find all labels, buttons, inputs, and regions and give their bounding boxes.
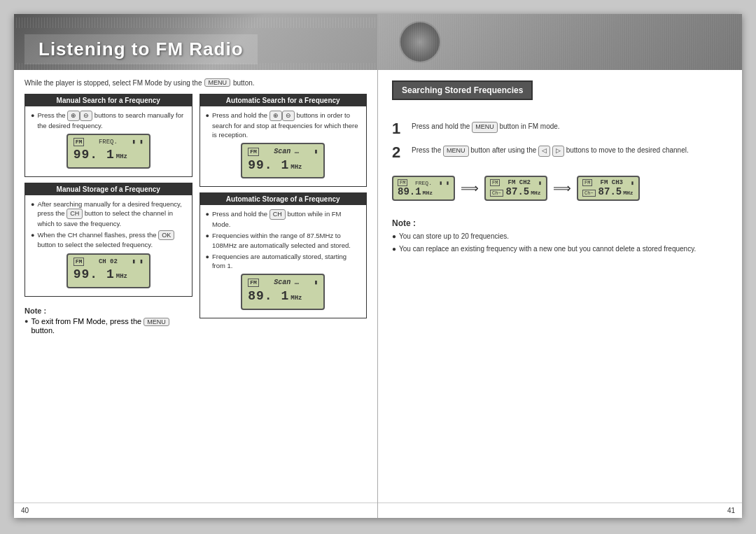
bullet-icon2: ● xyxy=(31,231,34,240)
lcd1-freq: 89.1 xyxy=(398,186,421,197)
manual-storage-lcd: FM CH 02 ▮ ▮ 99. 1 MHz xyxy=(66,253,150,288)
lcd-icons: ▮ ▮ xyxy=(132,138,144,147)
manual-storage-section: Manual Storage of a Frequency ● After se… xyxy=(24,183,192,297)
lcd-fm-label2: FM xyxy=(74,258,85,266)
step-2-row: 2 Press the MENU button after using the … xyxy=(392,145,728,160)
lcd-auto-store-icons: ▮ xyxy=(314,279,318,288)
left-page: Listening to FM Radio While the player i… xyxy=(14,14,378,518)
manual-storage-bullet1: ● After searching manually for a desired… xyxy=(31,199,186,228)
auto-storage-title: Automatic Storage of a Frequency xyxy=(200,193,367,205)
lcd-auto-store-mhz: MHz xyxy=(290,294,302,303)
step2-next-btn: ▷ xyxy=(552,146,564,157)
note-bullet-icon: ● xyxy=(24,318,28,325)
lcd2-bottom: Ch~ 87.5 MHz xyxy=(490,186,542,197)
header-decoration2 xyxy=(14,63,377,70)
auto-search-section: Automatic Search for a Frequency ● Press… xyxy=(200,94,368,187)
bullet-icon: ● xyxy=(31,111,34,120)
step-1-text: Press and hold the MENU button in FM mod… xyxy=(412,121,728,133)
auto-search-bullet: ● Press and hold the ⊕⊖ buttons in order… xyxy=(206,111,361,139)
auto-btn1: ⊕ xyxy=(270,111,282,121)
manual-storage-body: ● After searching manually for a desired… xyxy=(25,195,192,296)
arrow-1: ⟹ xyxy=(461,181,479,196)
right-header xyxy=(378,14,742,70)
auto-storage-bullet1: ● Press and hold the CH button while in … xyxy=(206,209,361,229)
lcd-fm-auto-store: FM xyxy=(248,279,259,287)
step2-text2: button after using the xyxy=(470,146,536,154)
lcd3-ch-label: Ch~ xyxy=(582,190,596,197)
manual-search-title: Manual Search for a Frequency xyxy=(25,94,192,106)
right-page-number: 41 xyxy=(378,503,742,518)
lcd3-icons: ▮ xyxy=(631,180,634,186)
lcd-freq-value2: 99. 1 xyxy=(74,266,115,283)
lcd-main-row: 99. 1 MHz xyxy=(74,146,144,164)
lcd-scan-text: Scan … xyxy=(274,147,299,157)
bullet-icon: ● xyxy=(206,111,209,120)
intro-line: While the player is stopped, select FM M… xyxy=(24,78,367,87)
lcd-display-1: FM FREQ. ▮ ▮ 89.1 MHz xyxy=(392,176,455,201)
searching-section-title: Searching Stored Frequencies xyxy=(392,80,533,100)
storage-text1: After searching manually for a desired f… xyxy=(37,199,186,228)
auto-search-text: Press and hold the ⊕⊖ buttons in order t… xyxy=(212,111,360,139)
left-note-section: Note : ● To exit from FM Mode, press the… xyxy=(24,307,192,337)
step-2-text: Press the MENU button after using the ◁ … xyxy=(412,145,728,157)
lcd-top-row: FM FREQ. ▮ ▮ xyxy=(74,138,144,147)
manual-storage-title: Manual Storage of a Frequency xyxy=(25,183,192,195)
left-page-number: 40 xyxy=(14,503,377,518)
bullet-icon: ● xyxy=(206,210,209,219)
lcd-freq-label: FREQ. xyxy=(99,138,118,147)
lcd-freq-value: 99. 1 xyxy=(74,146,115,164)
step2-prev-btn: ◁ xyxy=(538,146,550,157)
lcd3-freq: 87.5 xyxy=(598,186,622,197)
auto-btn2: ⊖ xyxy=(282,111,295,121)
left-page-content: While the player is stopped, select FM M… xyxy=(14,70,377,503)
note-bold: Note : xyxy=(24,307,46,315)
lcd-display-2: FM FM CH2 ▮ Ch~ 87.5 MHz xyxy=(484,176,547,201)
lcd1-top: FM FREQ. ▮ ▮ xyxy=(398,179,449,186)
manual-storage-bullet2: ● When the CH channel flashes, press the… xyxy=(31,230,186,250)
lcd3-bottom: Ch~ 87.5 MHz xyxy=(582,186,634,197)
lcd-auto-icons: ▮ xyxy=(314,148,318,157)
step1-text2: button in FM mode. xyxy=(499,122,559,130)
ch-btn: CH xyxy=(66,209,83,219)
left-column: Manual Search for a Frequency ● Press th… xyxy=(24,94,192,494)
two-col-layout: Manual Search for a Frequency ● Press th… xyxy=(24,94,367,494)
note-menu-btn: MENU xyxy=(144,318,169,326)
step-1-number: 1 xyxy=(392,121,406,136)
bullet-icon3: ● xyxy=(206,253,209,262)
page-title: Listening to FM Radio xyxy=(38,38,244,60)
step2-menu-btn: MENU xyxy=(443,146,469,157)
bullet-icon2: ● xyxy=(206,232,209,241)
lcd-top-row2: FM CH 02 ▮ ▮ xyxy=(74,258,144,267)
lcd3-fm: FM xyxy=(582,179,592,186)
auto-storage-text3: Frequencies are automatically stored, st… xyxy=(212,252,360,271)
note-bullet1: ● xyxy=(392,232,396,241)
lcd-ch: CH 02 xyxy=(99,258,118,267)
lcd2-fm: FM xyxy=(490,179,500,186)
lcd-auto-freq: 99. 1 xyxy=(248,157,289,174)
lcd2-channel: FM CH2 xyxy=(508,179,531,186)
lcd-auto-store-top: FM Scan … ▮ xyxy=(248,278,318,288)
auto-search-body: ● Press and hold the ⊕⊖ buttons in order… xyxy=(200,106,367,186)
lcd-auto-top: FM Scan … ▮ xyxy=(248,147,318,157)
lcd-display-3: FM FM CH3 ▮ Ch~ 87.5 MHz xyxy=(577,176,640,201)
lcd-main-row2: 99. 1 MHz xyxy=(74,266,144,283)
step2-text3: buttons to move to the desired channel. xyxy=(566,146,689,154)
lcd-scan-text2: Scan … xyxy=(274,278,299,288)
step-1-row: 1 Press and hold the MENU button in FM m… xyxy=(392,121,728,136)
auto-storage-text1: Press and hold the CH button while in FM… xyxy=(212,209,360,229)
auto-search-title: Automatic Search for a Frequency xyxy=(200,94,367,106)
header-lines-decoration xyxy=(378,14,742,70)
auto-storage-bullet2: ● Frequencies within the range of 87.5MH… xyxy=(206,231,361,250)
lcd3-top: FM FM CH3 ▮ xyxy=(582,179,634,186)
right-page: Searching Stored Frequencies 1 Press and… xyxy=(378,14,742,518)
lcd2-freq: 87.5 xyxy=(506,186,530,197)
lcd2-mhz: MHz xyxy=(531,190,540,196)
manual-search-bullet: ● Press the ⊕⊖ buttons to search manuall… xyxy=(31,111,186,130)
auto-storage-bullet3: ● Frequencies are automatically stored, … xyxy=(206,252,361,271)
intro-text: While the player is stopped, select FM M… xyxy=(24,79,202,87)
step1-menu-btn: MENU xyxy=(472,122,498,133)
header-title-box: Listening to FM Radio xyxy=(24,34,258,64)
note-bullet: ● To exit from FM Mode, press the MENU b… xyxy=(24,317,192,335)
note-title: Note : xyxy=(24,307,192,315)
lcd-auto-mhz: MHz xyxy=(290,163,302,172)
